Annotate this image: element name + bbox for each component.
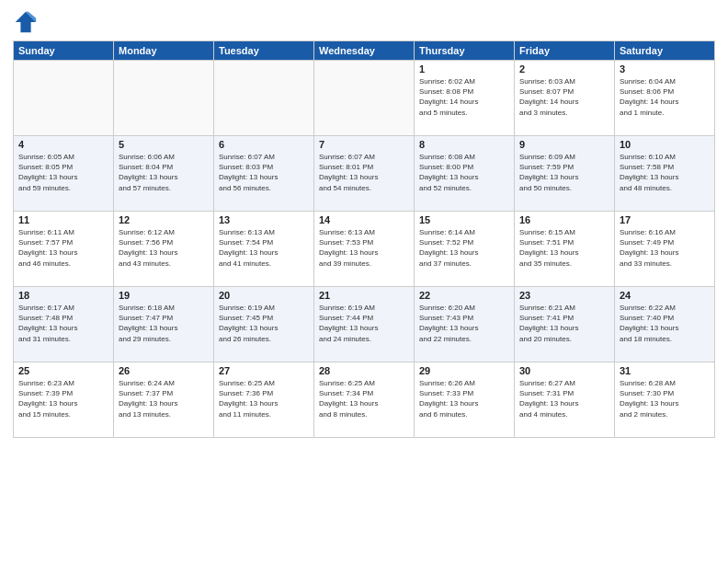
calendar-cell: 30Sunrise: 6:27 AM Sunset: 7:31 PM Dayli…: [515, 362, 615, 438]
day-number: 12: [119, 214, 209, 225]
day-info: Sunrise: 6:10 AM Sunset: 7:58 PM Dayligh…: [620, 152, 710, 193]
day-number: 6: [219, 139, 309, 150]
week-row-4: 18Sunrise: 6:17 AM Sunset: 7:48 PM Dayli…: [14, 287, 715, 362]
calendar-cell: 22Sunrise: 6:20 AM Sunset: 7:43 PM Dayli…: [415, 287, 515, 362]
day-info: Sunrise: 6:25 AM Sunset: 7:36 PM Dayligh…: [219, 378, 309, 419]
day-info: Sunrise: 6:23 AM Sunset: 7:39 PM Dayligh…: [18, 378, 108, 419]
calendar-cell: 27Sunrise: 6:25 AM Sunset: 7:36 PM Dayli…: [214, 362, 314, 438]
day-number: 2: [519, 63, 609, 75]
day-number: 15: [419, 214, 509, 225]
calendar-cell: 3Sunrise: 6:04 AM Sunset: 8:06 PM Daylig…: [615, 61, 715, 136]
day-number: 28: [319, 365, 409, 376]
day-info: Sunrise: 6:26 AM Sunset: 7:33 PM Dayligh…: [419, 378, 509, 419]
day-info: Sunrise: 6:13 AM Sunset: 7:54 PM Dayligh…: [219, 227, 309, 269]
calendar-cell: 24Sunrise: 6:22 AM Sunset: 7:40 PM Dayli…: [615, 287, 715, 362]
day-number: 31: [620, 365, 710, 376]
day-info: Sunrise: 6:18 AM Sunset: 7:47 PM Dayligh…: [119, 303, 209, 344]
calendar-cell: 14Sunrise: 6:13 AM Sunset: 7:53 PM Dayli…: [314, 212, 415, 287]
day-number: 19: [119, 290, 209, 301]
weekday-header-sunday: Sunday: [14, 41, 114, 61]
calendar-cell: 8Sunrise: 6:08 AM Sunset: 8:00 PM Daylig…: [415, 136, 515, 212]
logo: [13, 9, 42, 35]
logo-icon: [13, 9, 39, 35]
day-info: Sunrise: 6:17 AM Sunset: 7:48 PM Dayligh…: [18, 303, 108, 344]
day-info: Sunrise: 6:20 AM Sunset: 7:43 PM Dayligh…: [419, 303, 509, 344]
calendar-cell: 16Sunrise: 6:15 AM Sunset: 7:51 PM Dayli…: [515, 212, 615, 287]
day-info: Sunrise: 6:07 AM Sunset: 8:03 PM Dayligh…: [219, 152, 309, 193]
calendar-cell: 5Sunrise: 6:06 AM Sunset: 8:04 PM Daylig…: [114, 136, 214, 212]
calendar-cell: 20Sunrise: 6:19 AM Sunset: 7:45 PM Dayli…: [214, 287, 314, 362]
calendar-cell: [14, 61, 114, 136]
day-info: Sunrise: 6:25 AM Sunset: 7:34 PM Dayligh…: [319, 378, 409, 419]
calendar-cell: 28Sunrise: 6:25 AM Sunset: 7:34 PM Dayli…: [314, 362, 415, 438]
week-row-2: 4Sunrise: 6:05 AM Sunset: 8:05 PM Daylig…: [14, 136, 715, 212]
day-number: 26: [119, 365, 209, 376]
svg-marker-0: [16, 12, 36, 32]
day-number: 14: [319, 214, 409, 225]
day-number: 8: [419, 139, 509, 150]
weekday-header-tuesday: Tuesday: [214, 41, 314, 61]
day-info: Sunrise: 6:28 AM Sunset: 7:30 PM Dayligh…: [620, 378, 710, 419]
day-number: 7: [319, 139, 409, 150]
day-number: 30: [519, 365, 609, 376]
day-info: Sunrise: 6:19 AM Sunset: 7:45 PM Dayligh…: [219, 303, 309, 344]
day-info: Sunrise: 6:27 AM Sunset: 7:31 PM Dayligh…: [519, 378, 609, 419]
day-info: Sunrise: 6:16 AM Sunset: 7:49 PM Dayligh…: [620, 227, 710, 269]
calendar-table: SundayMondayTuesdayWednesdayThursdayFrid…: [13, 40, 715, 438]
day-number: 24: [620, 290, 710, 301]
day-info: Sunrise: 6:06 AM Sunset: 8:04 PM Dayligh…: [119, 152, 209, 193]
calendar-cell: 18Sunrise: 6:17 AM Sunset: 7:48 PM Dayli…: [14, 287, 114, 362]
calendar-cell: 6Sunrise: 6:07 AM Sunset: 8:03 PM Daylig…: [214, 136, 314, 212]
day-info: Sunrise: 6:13 AM Sunset: 7:53 PM Dayligh…: [319, 227, 409, 269]
day-number: 27: [219, 365, 309, 376]
day-number: 23: [519, 290, 609, 301]
day-info: Sunrise: 6:15 AM Sunset: 7:51 PM Dayligh…: [519, 227, 609, 269]
calendar-cell: 19Sunrise: 6:18 AM Sunset: 7:47 PM Dayli…: [114, 287, 214, 362]
calendar-cell: 25Sunrise: 6:23 AM Sunset: 7:39 PM Dayli…: [14, 362, 114, 438]
weekday-header-wednesday: Wednesday: [314, 41, 415, 61]
calendar-cell: 29Sunrise: 6:26 AM Sunset: 7:33 PM Dayli…: [415, 362, 515, 438]
day-number: 4: [18, 139, 108, 150]
weekday-header-friday: Friday: [515, 41, 615, 61]
week-row-1: 1Sunrise: 6:02 AM Sunset: 8:08 PM Daylig…: [14, 61, 715, 136]
day-number: 1: [419, 63, 509, 75]
day-number: 18: [18, 290, 108, 301]
day-info: Sunrise: 6:08 AM Sunset: 8:00 PM Dayligh…: [419, 152, 509, 193]
calendar-cell: 31Sunrise: 6:28 AM Sunset: 7:30 PM Dayli…: [615, 362, 715, 438]
day-info: Sunrise: 6:19 AM Sunset: 7:44 PM Dayligh…: [319, 303, 409, 344]
day-info: Sunrise: 6:09 AM Sunset: 7:59 PM Dayligh…: [519, 152, 609, 193]
day-info: Sunrise: 6:12 AM Sunset: 7:56 PM Dayligh…: [119, 227, 209, 269]
day-info: Sunrise: 6:05 AM Sunset: 8:05 PM Dayligh…: [18, 152, 108, 193]
day-info: Sunrise: 6:04 AM Sunset: 8:06 PM Dayligh…: [620, 76, 710, 118]
calendar-cell: 1Sunrise: 6:02 AM Sunset: 8:08 PM Daylig…: [415, 61, 515, 136]
calendar-cell: 4Sunrise: 6:05 AM Sunset: 8:05 PM Daylig…: [14, 136, 114, 212]
calendar-cell: 23Sunrise: 6:21 AM Sunset: 7:41 PM Dayli…: [515, 287, 615, 362]
calendar-cell: 12Sunrise: 6:12 AM Sunset: 7:56 PM Dayli…: [114, 212, 214, 287]
calendar-cell: [114, 61, 214, 136]
day-info: Sunrise: 6:03 AM Sunset: 8:07 PM Dayligh…: [519, 76, 609, 118]
day-number: 5: [119, 139, 209, 150]
calendar-cell: 15Sunrise: 6:14 AM Sunset: 7:52 PM Dayli…: [415, 212, 515, 287]
day-number: 17: [620, 214, 710, 225]
day-info: Sunrise: 6:07 AM Sunset: 8:01 PM Dayligh…: [319, 152, 409, 193]
weekday-header-row: SundayMondayTuesdayWednesdayThursdayFrid…: [14, 41, 715, 61]
weekday-header-saturday: Saturday: [615, 41, 715, 61]
day-number: 21: [319, 290, 409, 301]
calendar-cell: 2Sunrise: 6:03 AM Sunset: 8:07 PM Daylig…: [515, 61, 615, 136]
page: SundayMondayTuesdayWednesdayThursdayFrid…: [0, 0, 728, 563]
calendar-cell: [214, 61, 314, 136]
header: [13, 9, 715, 35]
day-number: 20: [219, 290, 309, 301]
day-number: 3: [620, 63, 710, 75]
day-number: 13: [219, 214, 309, 225]
day-number: 25: [18, 365, 108, 376]
calendar-cell: 26Sunrise: 6:24 AM Sunset: 7:37 PM Dayli…: [114, 362, 214, 438]
day-number: 9: [519, 139, 609, 150]
calendar-cell: 11Sunrise: 6:11 AM Sunset: 7:57 PM Dayli…: [14, 212, 114, 287]
calendar-cell: 13Sunrise: 6:13 AM Sunset: 7:54 PM Dayli…: [214, 212, 314, 287]
calendar-cell: 9Sunrise: 6:09 AM Sunset: 7:59 PM Daylig…: [515, 136, 615, 212]
day-number: 29: [419, 365, 509, 376]
day-info: Sunrise: 6:21 AM Sunset: 7:41 PM Dayligh…: [519, 303, 609, 344]
day-info: Sunrise: 6:11 AM Sunset: 7:57 PM Dayligh…: [18, 227, 108, 269]
day-info: Sunrise: 6:22 AM Sunset: 7:40 PM Dayligh…: [620, 303, 710, 344]
